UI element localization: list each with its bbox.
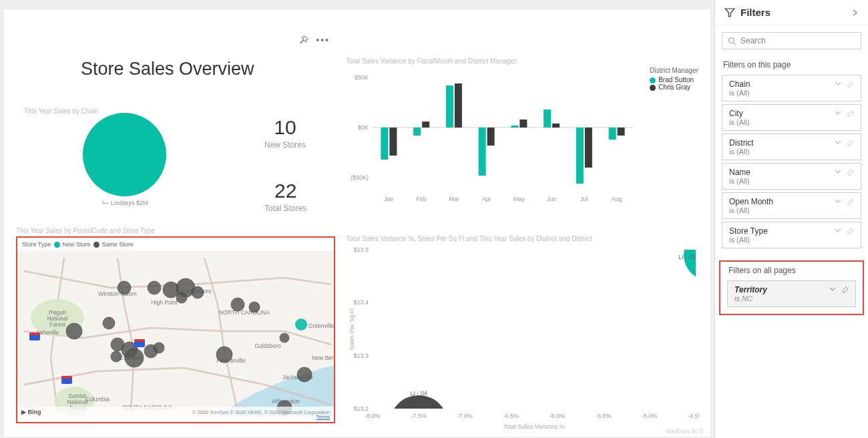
- filter-card-open-month[interactable]: Open Monthis (All): [722, 192, 861, 219]
- svg-rect-25: [609, 128, 616, 140]
- svg-text:Mar: Mar: [449, 196, 459, 202]
- map-visual[interactable]: Store Type New Store Same Store Winston-…: [16, 236, 335, 423]
- chevron-down-icon[interactable]: [834, 138, 842, 146]
- svg-point-71: [295, 318, 307, 331]
- expand-icon[interactable]: [851, 9, 859, 17]
- svg-point-101: [729, 37, 734, 43]
- map-legend: Store Type New Store Same Store: [17, 238, 334, 251]
- eraser-icon[interactable]: [846, 79, 854, 87]
- svg-point-59: [280, 333, 289, 343]
- svg-text:-8.0%: -8.0%: [365, 413, 381, 419]
- svg-rect-11: [455, 83, 462, 128]
- svg-text:-6.0%: -6.0%: [550, 413, 566, 419]
- svg-rect-8: [422, 122, 429, 128]
- svg-line-102: [734, 43, 736, 45]
- pie-legend: └─ Lindseys $2M: [24, 200, 224, 206]
- eraser-icon[interactable]: [846, 226, 854, 234]
- svg-text:Forest: Forest: [49, 321, 66, 328]
- svg-rect-14: [487, 128, 495, 146]
- chevron-down-icon[interactable]: [829, 285, 837, 293]
- svg-text:$13.4: $13.4: [353, 299, 369, 306]
- svg-rect-17: [519, 120, 527, 128]
- filter-card-chain[interactable]: Chainis (All): [722, 75, 861, 101]
- svg-rect-13: [479, 128, 486, 176]
- filters-pane: Filters Search Filters on this page Chai…: [714, 0, 868, 438]
- svg-rect-26: [618, 128, 625, 136]
- svg-rect-23: [585, 128, 592, 168]
- scatter-visual[interactable]: $13.5$13.4$13.3$13.2-8.0%-7.5%-7.0%-6.5%…: [346, 236, 700, 437]
- svg-point-69: [297, 367, 312, 382]
- filter-card-city[interactable]: Cityis (All): [722, 104, 861, 131]
- svg-rect-10: [446, 85, 453, 128]
- svg-point-67: [111, 351, 122, 362]
- filter-card-territory[interactable]: Territory is NC: [727, 280, 856, 307]
- svg-point-56: [176, 292, 187, 303]
- chevron-down-icon[interactable]: [834, 109, 842, 117]
- filter-card-district[interactable]: Districtis (All): [722, 134, 861, 160]
- map-title: This Year Sales by PostalCode and Store …: [16, 227, 155, 234]
- svg-text:Sales Per Sq Ft: Sales Per Sq Ft: [349, 308, 355, 351]
- svg-text:-7.5%: -7.5%: [411, 413, 427, 419]
- chevron-down-icon[interactable]: [834, 226, 842, 234]
- svg-point-61: [66, 323, 82, 339]
- svg-text:-5.0%: -5.0%: [642, 413, 658, 419]
- chevron-down-icon[interactable]: [834, 168, 842, 176]
- eraser-icon[interactable]: [846, 197, 854, 205]
- eraser-icon[interactable]: [846, 109, 854, 117]
- svg-text:Feb: Feb: [416, 196, 427, 202]
- map-terms-link[interactable]: Terms: [316, 414, 330, 420]
- eraser-icon[interactable]: [841, 285, 849, 293]
- filter-card-store-type[interactable]: Store Typeis (All): [722, 222, 861, 248]
- svg-point-58: [249, 302, 260, 312]
- svg-text:($50K): ($50K): [351, 174, 369, 181]
- pie-visual[interactable]: └─ Lindseys $2M: [24, 113, 224, 220]
- all-pages-highlight: Filters on all pages Territory is NC: [719, 260, 864, 315]
- svg-rect-82: [373, 250, 696, 409]
- section-all-pages: Filters on all pages: [720, 262, 863, 278]
- eraser-icon[interactable]: [846, 168, 854, 176]
- svg-text:May: May: [513, 196, 525, 202]
- svg-text:-4.5%: -4.5%: [688, 413, 700, 419]
- chevron-down-icon[interactable]: [834, 79, 842, 87]
- svg-rect-75: [134, 339, 145, 342]
- svg-text:Total Sales Variance %: Total Sales Variance %: [503, 423, 565, 430]
- svg-rect-22: [576, 128, 584, 184]
- page-title: Store Sales Overview: [81, 59, 254, 79]
- svg-text:-7.0%: -7.0%: [457, 413, 473, 419]
- search-input[interactable]: Search: [722, 32, 861, 49]
- svg-point-68: [216, 347, 232, 363]
- svg-text:$50K: $50K: [355, 74, 369, 81]
- svg-text:Aug: Aug: [612, 196, 622, 202]
- svg-text:Apr: Apr: [482, 196, 491, 202]
- pin-icon[interactable]: [298, 35, 309, 45]
- search-icon: [728, 37, 736, 45]
- filter-card-name[interactable]: Nameis (All): [722, 163, 861, 190]
- svg-text:Jan: Jan: [384, 196, 394, 202]
- svg-text:New Bern: New Bern: [312, 355, 334, 361]
- svg-point-60: [103, 317, 115, 329]
- svg-text:Greenville: Greenville: [308, 322, 334, 329]
- svg-point-52: [148, 281, 161, 294]
- section-page-filters: Filters on this page: [715, 56, 868, 72]
- svg-point-57: [231, 298, 244, 311]
- svg-text:$0K: $0K: [358, 124, 369, 131]
- eraser-icon[interactable]: [846, 138, 854, 146]
- svg-text:Jul: Jul: [580, 196, 588, 202]
- pie-slice: [83, 113, 166, 196]
- svg-rect-7: [413, 128, 421, 136]
- svg-text:Winston-Salem: Winston-Salem: [98, 290, 137, 297]
- more-icon[interactable]: •••: [316, 35, 330, 45]
- svg-text:-5.5%: -5.5%: [596, 413, 612, 419]
- chevron-down-icon[interactable]: [834, 197, 842, 205]
- kpi-total-stores[interactable]: 22 Total Stores: [264, 180, 306, 213]
- svg-rect-16: [511, 126, 518, 128]
- svg-text:Goldsboro: Goldsboro: [254, 343, 280, 349]
- svg-text:LI - 03: LI - 03: [678, 254, 696, 260]
- filters-header: Filters: [715, 0, 868, 25]
- svg-text:Jun: Jun: [547, 196, 557, 202]
- svg-rect-73: [29, 333, 40, 335]
- svg-text:© 2020 TomTom © 2020 HERE, © 2: © 2020 TomTom © 2020 HERE, © 2020 Micros…: [192, 409, 330, 415]
- bar-chart-visual[interactable]: $50K$0K($50K)JanFebMarAprMayJunJulAug: [346, 57, 700, 218]
- kpi-new-stores[interactable]: 10 New Stores: [264, 116, 306, 150]
- svg-text:LI - 04: LI - 04: [410, 390, 427, 397]
